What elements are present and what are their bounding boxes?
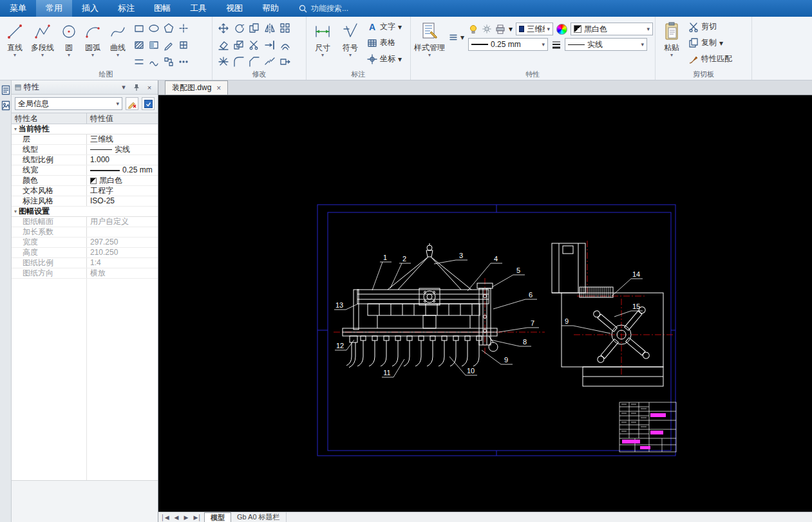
rotate-icon[interactable]	[233, 23, 245, 34]
menu-tab-help[interactable]: 帮助	[252, 0, 288, 17]
menu-tab-sheet[interactable]: 图幅	[144, 0, 180, 17]
text-button[interactable]: A 文字 ▾	[365, 19, 404, 35]
tool-circle-button[interactable]: 圆 ▾	[59, 19, 79, 58]
menu-tab-view[interactable]: 视图	[216, 0, 252, 17]
property-row-height[interactable]: 高度 210.250	[12, 248, 158, 258]
edit-redline-icon[interactable]	[126, 97, 138, 110]
printer-icon[interactable]	[495, 24, 505, 34]
property-row-lengthen-factor[interactable]: 加长系数	[12, 227, 158, 238]
ellipse-icon[interactable]	[148, 23, 160, 34]
last-layout-button[interactable]: ▶│	[191, 514, 204, 521]
explode-icon[interactable]	[218, 56, 229, 68]
menu-tab-home[interactable]: 常用	[36, 0, 72, 17]
property-row-textstyle[interactable]: 文本风格 工程字	[12, 186, 158, 196]
copy-button[interactable]: 复制 ▾	[686, 35, 734, 51]
menu-tab-menu[interactable]: 菜单	[0, 0, 36, 17]
table-button[interactable]: 表格	[365, 35, 404, 51]
property-row-linetype[interactable]: 线型 实线	[12, 145, 158, 155]
draw-more-icon[interactable]	[178, 56, 189, 68]
offset-icon[interactable]	[279, 39, 291, 51]
first-layout-button[interactable]: │◀	[158, 514, 172, 521]
break-icon[interactable]	[264, 56, 276, 68]
display-options-caret-icon[interactable]: ▾	[509, 24, 513, 33]
lineweight-display-icon[interactable]	[551, 39, 562, 50]
multiline-icon[interactable]	[133, 56, 145, 68]
property-row-layer[interactable]: 层 三维线	[12, 135, 158, 145]
property-row-scale[interactable]: 图纸比例 1:4	[12, 258, 158, 268]
property-row-lineweight[interactable]: 线宽 0.25 mm	[12, 165, 158, 176]
property-row-ltscale[interactable]: 线型比例 1.000	[12, 155, 158, 165]
panel-footer	[12, 481, 158, 522]
next-layout-button[interactable]: ▶	[181, 514, 191, 521]
block-icon[interactable]	[163, 56, 175, 68]
ribbon-section-properties: 样式管理 ▾ ▾ ▾ 三维线 ▾	[411, 17, 656, 80]
bulb-icon[interactable]	[468, 24, 478, 34]
array-icon[interactable]	[279, 23, 291, 34]
menu-tab-dimension[interactable]: 标注	[108, 0, 144, 17]
trim-icon[interactable]	[249, 39, 260, 51]
tool-arc-button[interactable]: 圆弧 ▾	[81, 19, 104, 58]
lineweight-select[interactable]: 0.25 mm ▾	[468, 38, 548, 51]
properties-palette-icon[interactable]	[1, 84, 10, 96]
property-row-dimstyle[interactable]: 标注风格 ISO-25	[12, 196, 158, 207]
tool-line-button[interactable]: 直线 ▾	[3, 19, 26, 58]
quick-select-icon[interactable]	[142, 97, 155, 110]
svg-text:A: A	[369, 22, 375, 32]
polyline-icon	[34, 20, 51, 43]
function-search[interactable]: 功能搜索...	[299, 0, 348, 17]
color-wheel-icon[interactable]	[556, 24, 567, 35]
panel-close-icon[interactable]: ×	[144, 82, 155, 93]
menu-tab-tools[interactable]: 工具	[180, 0, 216, 17]
point-icon[interactable]	[178, 23, 189, 34]
gradient-icon[interactable]	[148, 39, 160, 51]
polygon-icon[interactable]	[163, 23, 175, 34]
extend-icon[interactable]	[264, 39, 276, 51]
tab-close-icon[interactable]: ×	[216, 84, 221, 93]
library-palette-icon[interactable]	[1, 100, 10, 111]
scale-icon[interactable]	[233, 39, 245, 51]
move-icon[interactable]	[218, 23, 229, 34]
revcloud-icon[interactable]	[148, 56, 160, 68]
group-sheet-settings[interactable]: ▾图幅设置	[12, 207, 158, 217]
color-select[interactable]: 黑白色 ▾	[571, 23, 653, 35]
rectangle-icon[interactable]	[133, 23, 145, 34]
erase-icon[interactable]	[218, 39, 229, 51]
chamfer-icon[interactable]	[249, 56, 260, 68]
tool-polyline-button[interactable]: 多段线 ▾	[28, 19, 57, 58]
coordinate-button[interactable]: 坐标 ▾	[365, 51, 404, 67]
layer-select[interactable]: 三维线 ▾	[516, 23, 553, 35]
paste-button[interactable]: 粘贴 ▾	[659, 19, 685, 58]
document-tab[interactable]: 装配图.dwg ×	[165, 80, 228, 95]
scope-select[interactable]: 全局信息 ▾	[15, 97, 122, 110]
style-manager-button[interactable]: 样式管理 ▾	[414, 19, 445, 58]
property-row-color[interactable]: 颜色 黑白色	[12, 176, 158, 186]
property-row-sheet-size[interactable]: 图纸幅面 用户自定义	[12, 217, 158, 227]
layout-tab-gb-a0[interactable]: Gb A0 标题栏	[231, 512, 287, 522]
dimension-button[interactable]: 尺寸 ▾	[310, 19, 335, 58]
gear-icon[interactable]	[482, 24, 492, 34]
tool-spline-button[interactable]: 曲线 ▾	[106, 19, 129, 58]
panel-menu-icon[interactable]: ▾	[118, 82, 129, 93]
layout-tab-model[interactable]: 模型	[204, 512, 231, 522]
hatch-icon[interactable]	[133, 39, 145, 51]
collapse-triangle-icon: ▾	[14, 124, 17, 134]
panel-pin-icon[interactable]	[131, 82, 142, 93]
stretch-icon[interactable]	[279, 56, 291, 68]
cut-button[interactable]: 剪切	[686, 19, 734, 35]
property-row-width[interactable]: 宽度 297.250	[12, 238, 158, 248]
region-icon[interactable]	[178, 39, 189, 51]
group-current-properties[interactable]: ▾当前特性	[12, 124, 158, 135]
sketch-icon[interactable]	[163, 39, 175, 51]
property-row-orientation[interactable]: 图纸方向 横放	[12, 268, 158, 279]
callout-label: 9	[565, 317, 569, 325]
fillet-icon[interactable]	[233, 56, 245, 68]
list-options-button[interactable]: ▾	[447, 29, 466, 45]
match-properties-button[interactable]: 特性匹配	[686, 51, 734, 67]
linetype-select[interactable]: 实线 ▾	[565, 38, 647, 51]
menu-tab-insert[interactable]: 插入	[72, 0, 108, 17]
copy-object-icon[interactable]	[249, 23, 260, 34]
drawing-canvas[interactable]: 1 2 3 4 5 6 7 8 9 10 11 12 13 9 14 15	[158, 95, 812, 512]
symbol-button[interactable]: 符号 ▾	[337, 19, 363, 58]
mirror-icon[interactable]	[264, 23, 276, 34]
prev-layout-button[interactable]: ◀	[172, 514, 182, 521]
